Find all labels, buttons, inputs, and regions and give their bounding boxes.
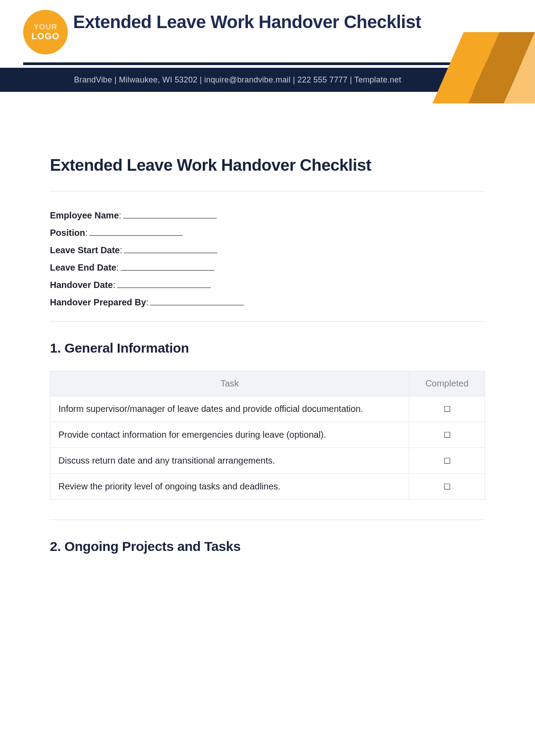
banner-rule xyxy=(23,62,535,65)
table-row: Discuss return date and any transitional… xyxy=(50,448,485,474)
field-label: Leave Start Date xyxy=(50,245,120,255)
field-label: Handover Date xyxy=(50,280,113,290)
blank-input[interactable] xyxy=(150,299,244,305)
col-header-task: Task xyxy=(50,371,409,396)
table-row: Provide contact information for emergenc… xyxy=(50,422,485,448)
logo-placeholder: YOUR LOGO xyxy=(23,10,68,54)
table-row: Review the priority level of ongoing tas… xyxy=(50,474,485,500)
blank-input[interactable] xyxy=(123,212,217,218)
banner-bar: BrandVibe | Milwaukee, WI 53202 | inquir… xyxy=(0,68,535,92)
field-position: Position: xyxy=(50,228,485,238)
document-body: Extended Leave Work Handover Checklist E… xyxy=(0,103,535,554)
divider xyxy=(50,321,485,322)
task-cell: Discuss return date and any transitional… xyxy=(50,448,409,474)
field-handover-date: Handover Date: xyxy=(50,280,485,290)
logo-line-1: YOUR xyxy=(33,23,57,32)
checkbox-icon[interactable]: ☐ xyxy=(444,483,451,491)
col-header-completed: Completed xyxy=(409,371,485,396)
section-heading-general-info: 1. General Information xyxy=(50,341,485,356)
blank-input[interactable] xyxy=(117,282,211,288)
page-title: Extended Leave Work Handover Checklist xyxy=(50,156,485,175)
banner-text: BrandVibe | Milwaukee, WI 53202 | inquir… xyxy=(74,75,401,85)
completed-cell: ☐ xyxy=(409,448,485,474)
divider xyxy=(50,191,485,192)
field-label: Leave End Date xyxy=(50,263,116,272)
checkbox-icon[interactable]: ☐ xyxy=(444,431,451,439)
document-header: YOUR LOGO Extended Leave Work Handover C… xyxy=(0,0,535,103)
completed-cell: ☐ xyxy=(409,474,485,500)
checkbox-icon[interactable]: ☐ xyxy=(444,405,451,413)
header-title: Extended Leave Work Handover Checklist xyxy=(73,12,490,32)
blank-input[interactable] xyxy=(89,230,183,236)
checklist-table-general-info: Task Completed Inform supervisor/manager… xyxy=(50,371,485,500)
section-heading-ongoing-projects: 2. Ongoing Projects and Tasks xyxy=(50,539,485,554)
field-employee-name: Employee Name: xyxy=(50,210,485,221)
blank-input[interactable] xyxy=(121,264,214,271)
checkbox-icon[interactable]: ☐ xyxy=(444,457,451,465)
blank-input[interactable] xyxy=(124,247,218,253)
field-label: Employee Name xyxy=(50,210,119,220)
completed-cell: ☐ xyxy=(409,396,485,422)
field-leave-end-date: Leave End Date: xyxy=(50,263,485,273)
logo-line-2: LOGO xyxy=(32,31,60,41)
employee-fields: Employee Name: Position: Leave Start Dat… xyxy=(50,210,485,308)
field-leave-start-date: Leave Start Date: xyxy=(50,245,485,255)
field-label: Position xyxy=(50,228,85,238)
divider xyxy=(50,519,485,520)
completed-cell: ☐ xyxy=(409,422,485,448)
task-cell: Provide contact information for emergenc… xyxy=(50,422,409,448)
task-cell: Review the priority level of ongoing tas… xyxy=(50,474,409,500)
field-handover-prepared-by: Handover Prepared By: xyxy=(50,297,485,308)
table-row: Inform supervisor/manager of leave dates… xyxy=(50,396,485,422)
field-label: Handover Prepared By xyxy=(50,297,146,307)
task-cell: Inform supervisor/manager of leave dates… xyxy=(50,396,409,422)
